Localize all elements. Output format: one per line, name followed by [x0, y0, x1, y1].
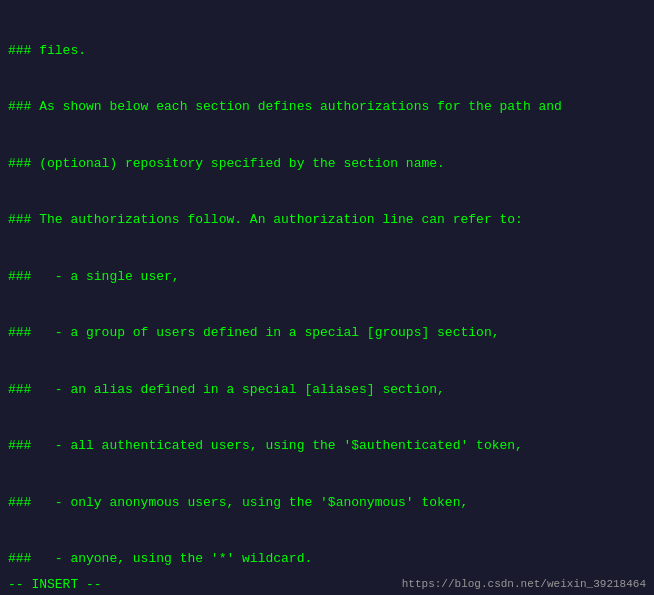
line-4: ### The authorizations follow. An author… [8, 211, 646, 230]
line-10: ### - anyone, using the '*' wildcard. [8, 550, 646, 569]
line-3: ### (optional) repository specified by t… [8, 155, 646, 174]
code-area[interactable]: ### files. ### As shown below each secti… [0, 0, 654, 573]
bottom-bar: -- INSERT -- https://blog.csdn.net/weixi… [0, 573, 654, 595]
line-7: ### - an alias defined in a special [ali… [8, 381, 646, 400]
insert-mode-label: -- INSERT -- [8, 577, 102, 592]
line-8: ### - all authenticated users, using the… [8, 437, 646, 456]
line-6: ### - a group of users defined in a spec… [8, 324, 646, 343]
line-2: ### As shown below each section defines … [8, 98, 646, 117]
watermark-label: https://blog.csdn.net/weixin_39218464 [402, 578, 646, 590]
line-9: ### - only anonymous users, using the '$… [8, 494, 646, 513]
line-5: ### - a single user, [8, 268, 646, 287]
editor-container: ### files. ### As shown below each secti… [0, 0, 654, 595]
line-1: ### files. [8, 42, 646, 61]
